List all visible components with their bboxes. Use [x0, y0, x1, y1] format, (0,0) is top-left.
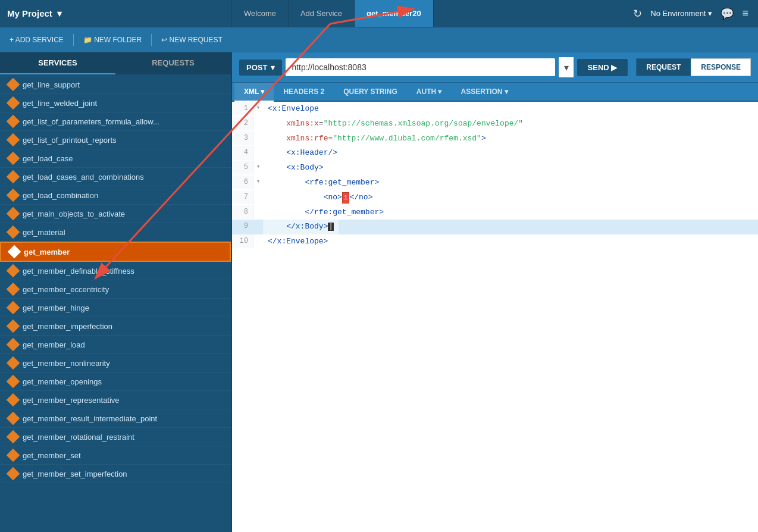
- method-button[interactable]: POST ▾: [239, 60, 282, 76]
- project-name: My Project: [7, 8, 52, 18]
- sidebar-item-get-list-printout[interactable]: get_list_of_printout_reports: [0, 131, 231, 149]
- sidebar-item-get-member-openings[interactable]: get_member_openings: [0, 373, 231, 391]
- line-number: 5: [232, 161, 253, 174]
- sidebar-tab-services[interactable]: SERVICES: [0, 52, 115, 74]
- sidebar-item-label: get_member_openings: [23, 377, 102, 386]
- fold-arrow[interactable]: ▾: [253, 102, 263, 115]
- code-line-7: 7 <no>1</no>: [232, 190, 758, 205]
- sidebar-item-get-line-welded-joint[interactable]: get_line_welded_joint: [0, 94, 231, 112]
- toolbar-separator-2: [151, 34, 152, 46]
- sidebar-item-label: get_main_objects_to_activate: [23, 209, 125, 218]
- code-editor[interactable]: 1 ▾ <x:Envelope 2 xmlns:x="http://schema…: [232, 102, 758, 532]
- sidebar-item-get-load-cases[interactable]: get_load_cases_and_combinations: [0, 168, 231, 186]
- sidebar-item-label: get_list_of_parameters_formula_allow...: [23, 117, 159, 126]
- request-button[interactable]: REQUEST: [636, 58, 691, 76]
- new-request-label: ↩ NEW REQUEST: [161, 36, 223, 44]
- sidebar-tabs: SERVICES REQUESTS: [0, 52, 231, 76]
- line-content: <no>1</no>: [263, 190, 377, 205]
- environment-selector[interactable]: No Environment ▾: [650, 9, 712, 18]
- url-dropdown-button[interactable]: ▾: [559, 57, 574, 77]
- sub-tab-xml[interactable]: XML ▾: [234, 83, 274, 102]
- refresh-icon[interactable]: ↻: [633, 7, 642, 20]
- line-content: </rfe:get_member>: [263, 205, 389, 220]
- sidebar-item-label: get_member_imperfection: [23, 322, 112, 331]
- sidebar-item-label: get_member_load: [23, 340, 85, 349]
- response-button[interactable]: RESPONSE: [691, 58, 751, 76]
- sidebar-list: get_line_support get_line_welded_joint g…: [0, 76, 231, 532]
- sidebar-item-get-member-eccentricity[interactable]: get_member_eccentricity: [0, 280, 231, 299]
- service-icon: [7, 264, 20, 278]
- fold-arrow[interactable]: ▾: [253, 176, 263, 189]
- sidebar-item-get-member-load[interactable]: get_member_load: [0, 336, 231, 354]
- send-button[interactable]: SEND ▶: [577, 59, 628, 76]
- toolbar-separator-1: [73, 34, 74, 46]
- sidebar-item-label: get_line_support: [23, 80, 80, 89]
- sidebar-item-label: get_member_hinge: [23, 303, 89, 312]
- fold-arrow: [253, 190, 263, 204]
- fold-arrow[interactable]: ▾: [253, 161, 263, 174]
- line-number: 4: [232, 146, 253, 159]
- tab-add-service[interactable]: Add Service: [289, 0, 355, 27]
- sub-tab-auth[interactable]: AUTH ▾: [407, 83, 452, 102]
- sidebar-item-get-member-representative[interactable]: get_member_representative: [0, 391, 231, 409]
- sidebar-item-get-member-rotational[interactable]: get_member_rotational_restraint: [0, 428, 231, 446]
- service-icon: [7, 226, 20, 239]
- sidebar-item-get-member-imperfection[interactable]: get_member_imperfection: [0, 317, 231, 336]
- fold-arrow: [253, 117, 263, 130]
- top-bar: My Project ▾ Welcome Add Service get_mem…: [0, 0, 758, 27]
- sidebar-item-get-main-objects[interactable]: get_main_objects_to_activate: [0, 205, 231, 223]
- url-input[interactable]: [286, 58, 555, 76]
- sidebar-item-label: get_load_cases_and_combinations: [23, 173, 144, 181]
- sidebar-item-get-member[interactable]: get_member: [0, 242, 231, 262]
- code-line-4: 4 <x:Header/>: [232, 146, 758, 161]
- message-icon[interactable]: 💬: [721, 7, 734, 20]
- sidebar-item-get-member-hinge[interactable]: get_member_hinge: [0, 299, 231, 317]
- service-icon: [7, 449, 20, 462]
- tab-get-member20[interactable]: get_member20: [355, 0, 434, 27]
- add-service-label: + ADD SERVICE: [10, 36, 64, 44]
- tab-welcome[interactable]: Welcome: [232, 0, 289, 27]
- sidebar-item-get-load-case[interactable]: get_load_case: [0, 149, 231, 168]
- code-line-5: 5 ▾ <x:Body>: [232, 161, 758, 176]
- service-icon: [7, 430, 20, 444]
- line-number: 10: [232, 234, 253, 248]
- sidebar-item-get-member-set[interactable]: get_member_set: [0, 446, 231, 465]
- sidebar-item-get-material[interactable]: get_material: [0, 223, 231, 242]
- code-line-2: 2 xmlns:x="http://schemas.xmlsoap.org/so…: [232, 117, 758, 132]
- sub-tab-assertion[interactable]: ASSERTION ▾: [452, 83, 518, 102]
- menu-icon[interactable]: ≡: [742, 7, 748, 20]
- fold-arrow: [253, 205, 263, 218]
- service-icon: [7, 78, 20, 92]
- code-line-8: 8 </rfe:get_member>: [232, 205, 758, 220]
- sidebar-item-get-member-nonlinearity[interactable]: get_member_nonlinearity: [0, 354, 231, 373]
- request-label: REQUEST: [646, 63, 681, 71]
- url-bar: POST ▾ ▾ SEND ▶ REQUEST RESPONSE: [232, 52, 758, 83]
- line-content: </x:Body>|: [263, 220, 339, 234]
- add-service-button[interactable]: + ADD SERVICE: [7, 35, 66, 45]
- service-icon: [8, 245, 21, 259]
- sidebar-item-get-line-support[interactable]: get_line_support: [0, 76, 231, 94]
- new-request-button[interactable]: ↩ NEW REQUEST: [159, 35, 225, 45]
- line-number: 7: [232, 190, 253, 204]
- sidebar-item-get-member-result[interactable]: get_member_result_intermediate_point: [0, 409, 231, 428]
- line-content: </x:Envelope>: [263, 234, 333, 249]
- sidebar-item-get-member-set-imperfection[interactable]: get_member_set_imperfection: [0, 465, 231, 483]
- line-content: <x:Body>: [263, 161, 328, 176]
- service-icon: [7, 115, 20, 129]
- line-content: <rfe:get_member>: [263, 176, 384, 190]
- response-label: RESPONSE: [701, 63, 741, 71]
- new-folder-button[interactable]: 📁 NEW FOLDER: [81, 35, 144, 45]
- sidebar-item-label: get_load_combination: [23, 191, 98, 200]
- sub-tab-query-string[interactable]: QUERY STRING: [334, 83, 407, 102]
- project-title[interactable]: My Project ▾: [0, 0, 232, 27]
- sidebar: SERVICES REQUESTS get_line_support get_l…: [0, 52, 232, 532]
- line-content: <x:Header/>: [263, 146, 342, 161]
- sub-tab-headers[interactable]: HEADERS 2: [274, 83, 334, 102]
- sidebar-item-get-list-parameters[interactable]: get_list_of_parameters_formula_allow...: [0, 112, 231, 131]
- sidebar-item-get-load-combination[interactable]: get_load_combination: [0, 186, 231, 205]
- sidebar-tab-requests[interactable]: REQUESTS: [115, 52, 231, 74]
- line-number: 3: [232, 132, 253, 145]
- sidebar-item-get-member-definable[interactable]: get_member_definable_stiffness: [0, 262, 231, 280]
- service-icon: [7, 375, 20, 389]
- line-content: xmlns:rfe="http://www.dlubal.com/rfem.xs…: [263, 132, 491, 146]
